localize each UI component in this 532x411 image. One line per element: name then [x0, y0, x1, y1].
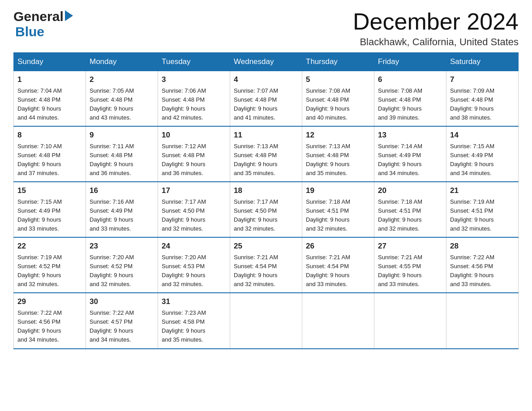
- cell-day-number: 12: [306, 129, 370, 141]
- cell-info: Sunrise: 7:09 AMSunset: 4:48 PMDaylight:…: [450, 86, 515, 123]
- calendar-cell: 12 Sunrise: 7:13 AMSunset: 4:48 PMDaylig…: [302, 126, 374, 182]
- calendar-cell: 14 Sunrise: 7:15 AMSunset: 4:49 PMDaylig…: [446, 126, 519, 182]
- cell-day-number: 21: [450, 185, 515, 197]
- cell-info: Sunrise: 7:13 AMSunset: 4:48 PMDaylight:…: [306, 142, 370, 178]
- cell-day-number: 31: [162, 296, 226, 308]
- logo: General Blue: [13, 9, 73, 39]
- calendar-cell: 4 Sunrise: 7:07 AMSunset: 4:48 PMDayligh…: [230, 71, 302, 127]
- page-subtitle: Blackhawk, California, United States: [353, 36, 519, 48]
- calendar-week-row: 1 Sunrise: 7:04 AMSunset: 4:48 PMDayligh…: [14, 71, 519, 127]
- day-of-week-header: Friday: [374, 53, 446, 71]
- cell-day-number: 30: [90, 296, 154, 308]
- cell-info: Sunrise: 7:11 AMSunset: 4:48 PMDaylight:…: [90, 142, 154, 178]
- cell-day-number: 23: [90, 240, 154, 252]
- logo-blue-text: Blue: [15, 24, 73, 39]
- calendar-cell: 23 Sunrise: 7:20 AMSunset: 4:52 PMDaylig…: [86, 237, 158, 293]
- cell-day-number: 4: [234, 74, 298, 86]
- calendar-cell: [302, 293, 374, 348]
- cell-info: Sunrise: 7:16 AMSunset: 4:49 PMDaylight:…: [90, 197, 154, 234]
- calendar-cell: 24 Sunrise: 7:20 AMSunset: 4:53 PMDaylig…: [158, 237, 230, 293]
- calendar-cell: 6 Sunrise: 7:08 AMSunset: 4:48 PMDayligh…: [374, 71, 446, 127]
- cell-info: Sunrise: 7:15 AMSunset: 4:49 PMDaylight:…: [17, 197, 82, 234]
- calendar-cell: 21 Sunrise: 7:19 AMSunset: 4:51 PMDaylig…: [446, 182, 519, 237]
- cell-day-number: 22: [17, 240, 82, 252]
- cell-day-number: 8: [17, 129, 82, 141]
- cell-info: Sunrise: 7:20 AMSunset: 4:53 PMDaylight:…: [162, 253, 226, 289]
- calendar-week-row: 15 Sunrise: 7:15 AMSunset: 4:49 PMDaylig…: [14, 182, 519, 237]
- cell-day-number: 25: [234, 240, 298, 252]
- calendar-cell: 30 Sunrise: 7:22 AMSunset: 4:57 PMDaylig…: [86, 293, 158, 348]
- calendar-cell: [446, 293, 519, 348]
- calendar-cell: 1 Sunrise: 7:04 AMSunset: 4:48 PMDayligh…: [14, 71, 86, 127]
- calendar-cell: 5 Sunrise: 7:08 AMSunset: 4:48 PMDayligh…: [302, 71, 374, 127]
- cell-info: Sunrise: 7:21 AMSunset: 4:55 PMDaylight:…: [378, 253, 442, 289]
- calendar-cell: [230, 293, 302, 348]
- calendar-header-row: SundayMondayTuesdayWednesdayThursdayFrid…: [14, 53, 519, 71]
- cell-day-number: 24: [162, 240, 226, 252]
- cell-day-number: 13: [378, 129, 442, 141]
- cell-info: Sunrise: 7:04 AMSunset: 4:48 PMDaylight:…: [17, 86, 82, 123]
- calendar-cell: 19 Sunrise: 7:18 AMSunset: 4:51 PMDaylig…: [302, 182, 374, 237]
- cell-info: Sunrise: 7:22 AMSunset: 4:57 PMDaylight:…: [90, 308, 154, 345]
- calendar-cell: 25 Sunrise: 7:21 AMSunset: 4:54 PMDaylig…: [230, 237, 302, 293]
- cell-day-number: 11: [234, 129, 298, 141]
- cell-info: Sunrise: 7:17 AMSunset: 4:50 PMDaylight:…: [162, 197, 226, 234]
- title-area: December 2024 Blackhawk, California, Uni…: [353, 9, 519, 48]
- cell-day-number: 29: [17, 296, 82, 308]
- cell-info: Sunrise: 7:19 AMSunset: 4:52 PMDaylight:…: [17, 253, 82, 289]
- cell-info: Sunrise: 7:08 AMSunset: 4:48 PMDaylight:…: [378, 86, 442, 123]
- calendar-cell: 15 Sunrise: 7:15 AMSunset: 4:49 PMDaylig…: [14, 182, 86, 237]
- calendar-cell: 9 Sunrise: 7:11 AMSunset: 4:48 PMDayligh…: [86, 126, 158, 182]
- cell-info: Sunrise: 7:22 AMSunset: 4:56 PMDaylight:…: [450, 253, 515, 289]
- calendar-cell: 17 Sunrise: 7:17 AMSunset: 4:50 PMDaylig…: [158, 182, 230, 237]
- cell-info: Sunrise: 7:05 AMSunset: 4:48 PMDaylight:…: [90, 86, 154, 123]
- cell-day-number: 16: [90, 185, 154, 197]
- calendar-cell: 11 Sunrise: 7:13 AMSunset: 4:48 PMDaylig…: [230, 126, 302, 182]
- cell-info: Sunrise: 7:23 AMSunset: 4:58 PMDaylight:…: [162, 308, 226, 345]
- calendar-week-row: 8 Sunrise: 7:10 AMSunset: 4:48 PMDayligh…: [14, 126, 519, 182]
- logo-general-text: General: [13, 9, 64, 24]
- cell-day-number: 2: [90, 74, 154, 86]
- calendar-cell: 7 Sunrise: 7:09 AMSunset: 4:48 PMDayligh…: [446, 71, 519, 127]
- calendar-cell: 2 Sunrise: 7:05 AMSunset: 4:48 PMDayligh…: [86, 71, 158, 127]
- cell-info: Sunrise: 7:18 AMSunset: 4:51 PMDaylight:…: [306, 197, 370, 234]
- day-of-week-header: Saturday: [446, 53, 519, 71]
- cell-info: Sunrise: 7:06 AMSunset: 4:48 PMDaylight:…: [162, 86, 226, 123]
- page-title: December 2024: [353, 9, 519, 34]
- cell-info: Sunrise: 7:13 AMSunset: 4:48 PMDaylight:…: [234, 142, 298, 178]
- calendar-week-row: 29 Sunrise: 7:22 AMSunset: 4:56 PMDaylig…: [14, 293, 519, 348]
- calendar-cell: 20 Sunrise: 7:18 AMSunset: 4:51 PMDaylig…: [374, 182, 446, 237]
- cell-info: Sunrise: 7:07 AMSunset: 4:48 PMDaylight:…: [234, 86, 298, 123]
- calendar-cell: 16 Sunrise: 7:16 AMSunset: 4:49 PMDaylig…: [86, 182, 158, 237]
- calendar-cell: 3 Sunrise: 7:06 AMSunset: 4:48 PMDayligh…: [158, 71, 230, 127]
- calendar-cell: 8 Sunrise: 7:10 AMSunset: 4:48 PMDayligh…: [14, 126, 86, 182]
- calendar-cell: 31 Sunrise: 7:23 AMSunset: 4:58 PMDaylig…: [158, 293, 230, 348]
- page-header: General Blue December 2024 Blackhawk, Ca…: [13, 9, 519, 48]
- calendar-week-row: 22 Sunrise: 7:19 AMSunset: 4:52 PMDaylig…: [14, 237, 519, 293]
- cell-day-number: 18: [234, 185, 298, 197]
- cell-day-number: 14: [450, 129, 515, 141]
- day-of-week-header: Sunday: [14, 53, 86, 71]
- cell-day-number: 27: [378, 240, 442, 252]
- logo-arrow-icon: [65, 10, 73, 21]
- cell-day-number: 19: [306, 185, 370, 197]
- calendar-cell: 22 Sunrise: 7:19 AMSunset: 4:52 PMDaylig…: [14, 237, 86, 293]
- cell-info: Sunrise: 7:20 AMSunset: 4:52 PMDaylight:…: [90, 253, 154, 289]
- calendar-cell: 13 Sunrise: 7:14 AMSunset: 4:49 PMDaylig…: [374, 126, 446, 182]
- cell-info: Sunrise: 7:18 AMSunset: 4:51 PMDaylight:…: [378, 197, 442, 234]
- cell-info: Sunrise: 7:19 AMSunset: 4:51 PMDaylight:…: [450, 197, 515, 234]
- cell-info: Sunrise: 7:14 AMSunset: 4:49 PMDaylight:…: [378, 142, 442, 178]
- cell-day-number: 1: [17, 74, 82, 86]
- calendar-cell: 26 Sunrise: 7:21 AMSunset: 4:54 PMDaylig…: [302, 237, 374, 293]
- cell-info: Sunrise: 7:21 AMSunset: 4:54 PMDaylight:…: [234, 253, 298, 289]
- calendar-cell: 29 Sunrise: 7:22 AMSunset: 4:56 PMDaylig…: [14, 293, 86, 348]
- calendar-table: SundayMondayTuesdayWednesdayThursdayFrid…: [13, 52, 519, 349]
- cell-day-number: 10: [162, 129, 226, 141]
- cell-info: Sunrise: 7:22 AMSunset: 4:56 PMDaylight:…: [17, 308, 82, 345]
- calendar-cell: 18 Sunrise: 7:17 AMSunset: 4:50 PMDaylig…: [230, 182, 302, 237]
- calendar-cell: 28 Sunrise: 7:22 AMSunset: 4:56 PMDaylig…: [446, 237, 519, 293]
- cell-day-number: 7: [450, 74, 515, 86]
- cell-info: Sunrise: 7:10 AMSunset: 4:48 PMDaylight:…: [17, 142, 82, 178]
- cell-day-number: 6: [378, 74, 442, 86]
- cell-day-number: 5: [306, 74, 370, 86]
